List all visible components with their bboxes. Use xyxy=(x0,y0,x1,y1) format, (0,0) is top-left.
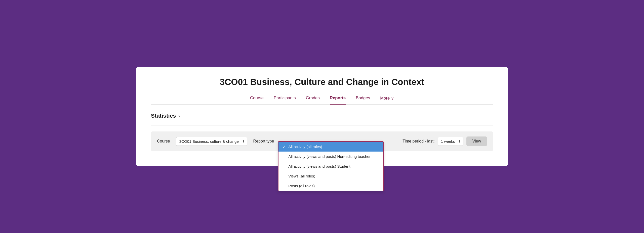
tab-badges[interactable]: Badges xyxy=(356,96,370,105)
time-period-section: Time period - last: 1 weeks 2 weeks 3 we… xyxy=(403,136,487,146)
tab-grades[interactable]: Grades xyxy=(306,96,320,105)
section-title: Statistics xyxy=(151,113,176,119)
report-type-dropdown[interactable]: ✓ All activity (all roles) ✓ All activit… xyxy=(278,141,384,191)
chevron-down-icon: ∨ xyxy=(391,96,394,101)
dropdown-item-all-activity-student[interactable]: ✓ All activity (views and posts) Student xyxy=(278,161,383,171)
tab-more[interactable]: More ∨ xyxy=(380,96,394,105)
time-select-wrapper[interactable]: 1 weeks 2 weeks 3 weeks 4 weeks xyxy=(438,137,463,146)
dropdown-item-all-activity-non-editing[interactable]: ✓ All activity (views and posts) Non-edi… xyxy=(278,152,383,161)
section-header: Statistics ∨ xyxy=(151,113,493,119)
tab-reports[interactable]: Reports xyxy=(330,96,346,105)
course-select-wrapper[interactable]: 3CO01 Business, culture & change xyxy=(176,137,247,146)
course-label: Course xyxy=(157,139,170,144)
view-button[interactable]: View xyxy=(466,136,487,146)
report-type-wrapper: Report type ✓ All activity (all roles) ✓… xyxy=(253,139,397,144)
main-card: 3CO01 Business, Culture and Change in Co… xyxy=(136,67,508,166)
dropdown-item-all-activity-all-roles[interactable]: ✓ All activity (all roles) xyxy=(278,142,383,152)
time-period-select[interactable]: 1 weeks 2 weeks 3 weeks 4 weeks xyxy=(438,137,463,146)
section-chevron-icon[interactable]: ∨ xyxy=(178,114,181,118)
dropdown-item-views-all-roles[interactable]: ✓ Views (all roles) xyxy=(278,171,383,181)
page-title: 3CO01 Business, Culture and Change in Co… xyxy=(151,77,493,87)
time-period-label: Time period - last: xyxy=(403,139,434,144)
dropdown-item-posts-all-roles[interactable]: ✓ Posts (all roles) xyxy=(278,181,383,191)
filter-row: Course 3CO01 Business, culture & change … xyxy=(151,131,493,151)
tab-participants[interactable]: Participants xyxy=(274,96,296,105)
check-icon: ✓ xyxy=(283,144,286,149)
tab-course[interactable]: Course xyxy=(250,96,264,105)
nav-tabs: Course Participants Grades Reports Badge… xyxy=(151,95,493,105)
report-type-label: Report type xyxy=(253,139,274,144)
course-select[interactable]: 3CO01 Business, culture & change xyxy=(176,137,247,146)
section-divider xyxy=(151,125,493,125)
